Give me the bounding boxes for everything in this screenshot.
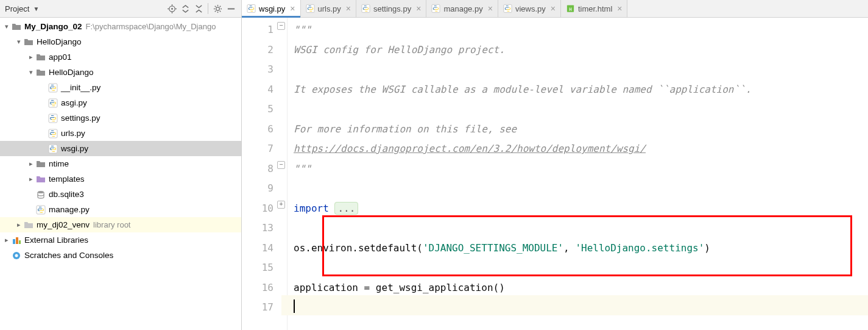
tree-item-templates[interactable]: templates [0, 171, 241, 187]
line-number: 16 [242, 278, 273, 298]
code-line: For more information on this file, see [294, 120, 868, 140]
folder-icon [11, 21, 22, 32]
fold-marker-icon[interactable]: − [277, 22, 285, 30]
tree-item-settings-py[interactable]: settings.py [0, 110, 241, 126]
tree-item-label: settings.py [61, 113, 101, 123]
tree-arrow-icon[interactable] [2, 23, 11, 30]
expand-all-icon[interactable] [178, 2, 192, 15]
tree-item-label: Scratches and Consoles [24, 251, 113, 260]
tab-label: settings.py [373, 4, 411, 13]
tab-label: wsgi.py [259, 4, 285, 13]
import-fold[interactable]: ... [334, 202, 358, 215]
code-editor[interactable]: 123456789101314151617 − − + """ WSGI con… [242, 18, 868, 330]
line-number: 10 [242, 199, 273, 219]
py-icon [48, 143, 58, 154]
line-number: 7 [242, 139, 273, 159]
line-number: 6 [242, 120, 273, 140]
svg-point-1 [171, 8, 173, 10]
tree-item-external-libraries[interactable]: External Libraries [0, 232, 241, 248]
folder-icon [35, 159, 46, 170]
line-number: 9 [242, 179, 273, 199]
close-icon[interactable]: × [346, 4, 351, 13]
svg-point-27 [15, 254, 18, 257]
tree-arrow-icon[interactable] [27, 160, 35, 168]
tab-timer-html[interactable]: Htimer.html× [561, 0, 628, 17]
line-number: 2 [242, 40, 273, 60]
tree-item-my_dj02_venv[interactable]: my_dj02_venvlibrary root [0, 217, 241, 232]
tree-item-label: wsgi.py [61, 144, 88, 153]
py-icon [48, 113, 58, 124]
svg-line-13 [214, 10, 215, 11]
tab-wsgi-py[interactable]: wsgi.py× [242, 0, 301, 17]
chevron-down-icon[interactable]: ▼ [33, 5, 39, 12]
tree-item-label: HelloDjango [49, 68, 94, 77]
tree-item-manage-py[interactable]: manage.py [0, 202, 241, 217]
tree-arrow-icon[interactable] [15, 221, 23, 229]
folder-icon [35, 67, 46, 78]
tree-item-label: manage.py [49, 205, 90, 214]
svg-line-11 [214, 5, 215, 6]
tab-urls-py[interactable]: urls.py× [301, 0, 356, 17]
py-icon [431, 4, 440, 13]
tree-item-hellodjango[interactable]: HelloDjango [0, 34, 241, 49]
svg-rect-24 [16, 237, 18, 244]
line-number: 5 [242, 99, 273, 120]
tree-item-my_django_02[interactable]: My_Django_02F:\pycharmspace\Django\My_Dj… [0, 19, 241, 34]
py-icon [503, 4, 512, 13]
tree-arrow-icon[interactable] [27, 53, 35, 61]
tab-views-py[interactable]: views.py× [498, 0, 561, 17]
close-icon[interactable]: × [551, 4, 556, 13]
hide-icon[interactable] [224, 2, 238, 15]
fold-marker-import-icon[interactable]: + [277, 201, 285, 209]
code-line: os.environ.setdefault('DJANGO_SETTINGS_M… [294, 239, 868, 259]
tree-item-urls-py[interactable]: urls.py [0, 126, 241, 141]
tab-settings-py[interactable]: settings.py× [356, 0, 426, 17]
project-tool-window: Project ▼ My_Django_02F:\pycharmspace\Dj… [0, 0, 242, 330]
tree-item-asgi-py[interactable]: asgi.py [0, 95, 241, 110]
tree-item-app01[interactable]: app01 [0, 49, 241, 65]
close-icon[interactable]: × [488, 4, 493, 13]
project-title[interactable]: Project [5, 4, 29, 13]
line-gutter: 123456789101314151617 [242, 18, 288, 330]
line-number: 3 [242, 60, 273, 80]
close-icon[interactable]: × [617, 4, 622, 13]
close-icon[interactable]: × [290, 4, 295, 13]
code-line: import ... [294, 199, 868, 219]
tree-item-ntime[interactable]: ntime [0, 156, 241, 171]
code-body[interactable]: """ WSGI config for HelloDjango project.… [288, 18, 868, 330]
line-number: 14 [242, 239, 273, 259]
locate-icon[interactable] [165, 2, 178, 15]
tree-arrow-icon[interactable] [15, 38, 23, 46]
tree-item-label: HelloDjango [37, 37, 82, 46]
line-number: 4 [242, 80, 273, 100]
code-line: """ [294, 20, 868, 40]
tab-label: urls.py [318, 4, 341, 13]
collapse-all-icon[interactable] [192, 2, 205, 15]
tree-item-label: asgi.py [61, 98, 87, 107]
project-tree[interactable]: My_Django_02F:\pycharmspace\Django\My_Dj… [0, 18, 241, 330]
fold-marker-close-icon[interactable]: − [277, 161, 285, 169]
tree-arrow-icon[interactable] [27, 175, 35, 183]
line-number: 8 [242, 159, 273, 179]
tree-arrow-icon[interactable] [2, 236, 11, 244]
tab-manage-py[interactable]: manage.py× [426, 0, 498, 17]
py-icon [48, 98, 58, 109]
tree-arrow-icon[interactable] [27, 68, 35, 76]
tree-item-label: my_dj02_venv [37, 220, 90, 229]
gear-icon[interactable] [211, 2, 224, 15]
close-icon[interactable]: × [416, 4, 421, 13]
tree-item-hellodjango[interactable]: HelloDjango [0, 65, 241, 80]
svg-rect-15 [227, 8, 234, 9]
svg-rect-25 [19, 240, 21, 244]
code-line: WSGI config for HelloDjango project. [294, 40, 868, 60]
tree-item-label: templates [49, 174, 85, 184]
tree-item-scratches-and-consoles[interactable]: Scratches and Consoles [0, 248, 241, 263]
venv-icon [23, 220, 34, 231]
tree-item-db-sqlite3[interactable]: db.sqlite3 [0, 187, 241, 202]
tree-item-label: My_Django_02 [24, 22, 82, 31]
tab-label: manage.py [443, 4, 482, 13]
tree-item-label: __init__.py [61, 83, 101, 92]
tree-item-wsgi-py[interactable]: wsgi.py [0, 141, 241, 156]
tree-item-__init__-py[interactable]: __init__.py [0, 80, 241, 95]
svg-text:H: H [569, 7, 572, 12]
